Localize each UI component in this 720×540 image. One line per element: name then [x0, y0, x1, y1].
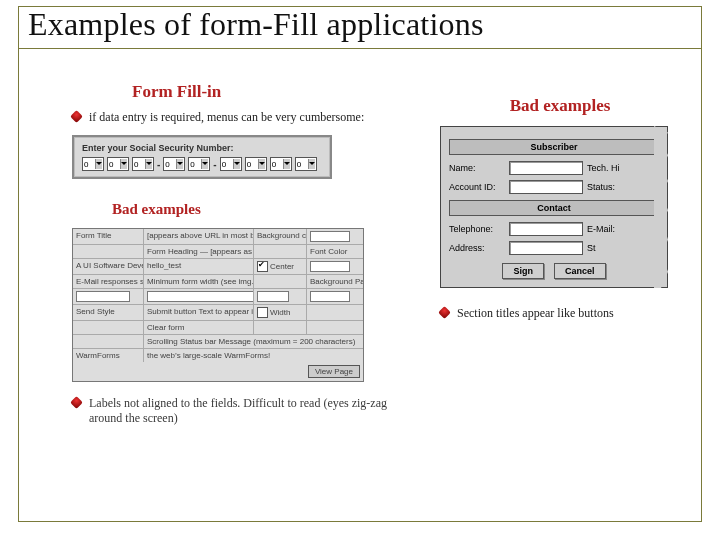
field-row: Account ID:Status: — [449, 180, 659, 194]
left-column: Form Fill-in if data entry is required, … — [72, 82, 402, 436]
cell: Clear form — [144, 321, 254, 334]
cell: E-Mail responses should appear in — [73, 275, 144, 288]
subscriber-card: Subscriber Name:Tech. Hi Account ID:Stat… — [440, 126, 668, 288]
bullet-icon — [438, 306, 451, 319]
misaligned-form-table: Form Title[appears above URL in most bro… — [72, 228, 364, 382]
cell: hello_test — [144, 259, 254, 274]
field-hint: Tech. Hi — [587, 163, 659, 173]
color-input[interactable] — [310, 261, 350, 272]
chevron-down-icon — [176, 159, 183, 169]
cell — [73, 321, 144, 334]
ssn-digit-select[interactable]: 0 — [132, 157, 154, 171]
ssn-example-box: Enter your Social Security Number: 0 0 0… — [72, 135, 332, 179]
heading-bad-examples-left: Bad examples — [112, 201, 402, 218]
center-checkbox[interactable] — [257, 261, 268, 272]
text-input[interactable] — [76, 291, 130, 302]
cell: Font Color — [307, 245, 363, 258]
cell — [307, 289, 363, 304]
cell — [307, 321, 363, 334]
ssn-digit-select[interactable]: 0 — [220, 157, 242, 171]
ssn-digit-select[interactable]: 0 — [107, 157, 129, 171]
cell: WarmForms — [73, 349, 144, 362]
cell — [144, 289, 254, 304]
ssn-label: Enter your Social Security Number: — [82, 143, 322, 153]
ssn-digit-select[interactable]: 0 — [295, 157, 317, 171]
dash-icon: - — [213, 159, 216, 170]
field-hint: E-Mail: — [587, 224, 659, 234]
chevron-down-icon — [145, 159, 152, 169]
cell: Submit button Text to appear in Reset bu… — [144, 305, 254, 320]
cell: Send Style — [73, 305, 144, 320]
text-input[interactable] — [147, 291, 254, 302]
bullet-section-titles: Section titles appear like buttons — [440, 306, 680, 321]
address-input[interactable] — [509, 241, 583, 255]
cell — [254, 321, 307, 334]
cell — [73, 245, 144, 258]
cell — [73, 289, 144, 304]
cell: Form Title — [73, 229, 144, 244]
ssn-digit-select[interactable]: 0 — [270, 157, 292, 171]
text-input[interactable] — [310, 291, 350, 302]
heading-bad-examples-right: Bad examples — [440, 96, 680, 116]
account-id-input[interactable] — [509, 180, 583, 194]
cell — [254, 275, 307, 288]
field-label: Account ID: — [449, 182, 505, 192]
bullet-text: Section titles appear like buttons — [457, 306, 614, 321]
cancel-button[interactable]: Cancel — [554, 263, 606, 279]
chevron-down-icon — [308, 159, 315, 169]
heading-form-fill-in: Form Fill-in — [132, 82, 402, 102]
field-label: Name: — [449, 163, 505, 173]
page-title: Examples of form-Fill applications — [28, 6, 484, 43]
cell — [73, 335, 144, 348]
field-label: Telephone: — [449, 224, 505, 234]
field-row: Telephone:E-Mail: — [449, 222, 659, 236]
width-checkbox[interactable] — [257, 307, 268, 318]
bullet-icon — [70, 396, 83, 409]
cell — [307, 229, 363, 244]
cell: Form Heading — [appears as largest text … — [144, 245, 254, 258]
color-input[interactable] — [310, 231, 350, 242]
name-input[interactable] — [509, 161, 583, 175]
chevron-down-icon — [258, 159, 265, 169]
cell: [appears above URL in most browsers and … — [144, 229, 254, 244]
cell: the web’s large-scale WarmForms! — [144, 349, 363, 362]
section-band-contact[interactable]: Contact — [449, 200, 659, 216]
sign-button[interactable]: Sign — [502, 263, 544, 279]
field-row: Name:Tech. Hi — [449, 161, 659, 175]
field-hint: Status: — [587, 182, 659, 192]
right-column: Bad examples Subscriber Name:Tech. Hi Ac… — [440, 96, 680, 331]
cell: A UI Software Development — [73, 259, 144, 274]
field-hint: St — [587, 243, 659, 253]
cell — [254, 245, 307, 258]
chevron-down-icon — [233, 159, 240, 169]
cell: Minimum form width (see img.) — [144, 275, 254, 288]
ssn-digit-select[interactable]: 0 — [188, 157, 210, 171]
title-underline — [18, 48, 702, 49]
bullet-labels-not-aligned: Labels not aligned to the fields. Diffic… — [72, 396, 402, 426]
cell: Width — [254, 305, 307, 320]
chevron-down-icon — [201, 159, 208, 169]
torn-edge-icon — [654, 126, 668, 288]
text-input[interactable] — [257, 291, 289, 302]
cell — [307, 259, 363, 274]
ssn-digit-select[interactable]: 0 — [82, 157, 104, 171]
telephone-input[interactable] — [509, 222, 583, 236]
view-page-button[interactable]: View Page — [308, 365, 360, 378]
bullet-icon — [70, 110, 83, 123]
field-row: Address:St — [449, 241, 659, 255]
chevron-down-icon — [95, 159, 102, 169]
chevron-down-icon — [120, 159, 127, 169]
chevron-down-icon — [283, 159, 290, 169]
cell: Center — [254, 259, 307, 274]
cell: Scrolling Status bar Message (maximum = … — [144, 335, 363, 348]
cell: Background Pattern — [307, 275, 363, 288]
cell: Background color — [254, 229, 307, 244]
cell — [307, 305, 363, 320]
ssn-row: 0 0 0 - 0 0 - 0 0 0 0 — [82, 157, 322, 171]
ssn-digit-select[interactable]: 0 — [245, 157, 267, 171]
bullet-text: Labels not aligned to the fields. Diffic… — [89, 396, 402, 426]
section-band-subscriber[interactable]: Subscriber — [449, 139, 659, 155]
bullet-text: if data entry is required, menus can be … — [89, 110, 364, 125]
ssn-digit-select[interactable]: 0 — [163, 157, 185, 171]
bullet-cumbersome: if data entry is required, menus can be … — [72, 110, 402, 125]
